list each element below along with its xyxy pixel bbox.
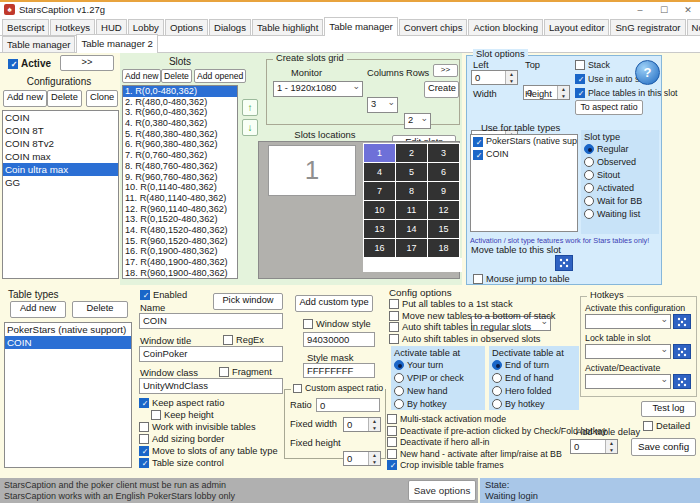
spinner-arrows[interactable]: ▲▼: [505, 71, 517, 84]
form-checkbox[interactable]: Keep height: [151, 410, 287, 420]
slot-list-item[interactable]: 4. R(0,380-480,362): [123, 118, 237, 129]
slot-list-item[interactable]: 16. R(0,1900-480,362): [123, 246, 237, 257]
menu-tab[interactable]: Lobby: [128, 19, 164, 35]
enabled-checkbox[interactable]: Enabled: [140, 290, 187, 300]
form-checkbox[interactable]: Table size control: [139, 458, 287, 468]
table-types-delete-button[interactable]: Delete: [72, 301, 128, 318]
slot-type-radio[interactable]: Regular: [584, 144, 656, 154]
deactivate-radio[interactable]: End of turn: [492, 360, 576, 370]
slot-grid-cell[interactable]: 13: [364, 220, 395, 238]
slot-grid-cell[interactable]: 4: [364, 163, 395, 181]
menu-tab[interactable]: Notes: [687, 19, 700, 35]
fixed-width-input[interactable]: 0▲▼: [343, 417, 381, 432]
expand-configurations-button[interactable]: >>: [60, 55, 114, 71]
regex-checkbox[interactable]: RegEx: [223, 335, 264, 345]
slots-locations-preview[interactable]: 1 123456789101112131415161718: [258, 141, 460, 279]
activate-radio[interactable]: By hotkey: [394, 399, 482, 409]
slot-grid-cell[interactable]: 15: [428, 220, 459, 238]
slots-delete-button[interactable]: Delete: [161, 69, 192, 83]
fragment-checkbox[interactable]: Fragment: [219, 367, 272, 377]
name-input[interactable]: COIN: [139, 313, 283, 329]
slot-grid-cell[interactable]: 6: [428, 163, 459, 181]
slot-grid-cell[interactable]: 9: [428, 182, 459, 200]
activate-radio[interactable]: VPIP or check: [394, 373, 482, 383]
menu-tab[interactable]: Table highlight: [252, 19, 323, 35]
form-checkbox[interactable]: Add sizing border: [139, 434, 287, 444]
menu-tab[interactable]: Hotkeys: [50, 19, 95, 35]
slot-list-item[interactable]: 10. R(0,1140-480,362): [123, 182, 237, 193]
slot-type-radio[interactable]: Waiting list: [584, 209, 656, 219]
use-for-table-types-list[interactable]: PokerStars (native support) COIN: [470, 134, 578, 232]
save-config-button[interactable]: Save config: [631, 438, 696, 456]
sub-tab[interactable]: Table manager: [2, 36, 75, 52]
selected-slot-preview[interactable]: 1: [268, 145, 356, 196]
config-checkbox[interactable]: Auto shift tables in regular slots: [389, 322, 555, 332]
configuration-list-item[interactable]: COIN 8Tv2: [3, 137, 118, 150]
activate-radio[interactable]: New hand: [394, 386, 482, 396]
style-mask-input[interactable]: FFFFFFFF: [303, 363, 375, 378]
window-style-input[interactable]: 94030000: [303, 332, 375, 347]
place-tables-checkbox[interactable]: Place tables in this slot: [575, 88, 677, 98]
slot-grid-cell[interactable]: 1: [364, 144, 395, 162]
deactivate-radio[interactable]: End of hand: [492, 373, 576, 383]
move-slot-down-button[interactable]: ↓: [242, 119, 258, 136]
slot-grid-cell[interactable]: 17: [396, 239, 427, 257]
config-checkbox[interactable]: Multi-stack activation mode: [387, 414, 606, 424]
slots-add-opened-button[interactable]: Add opened: [194, 69, 246, 83]
slot-list-item[interactable]: 7. R(0,760-480,362): [123, 150, 237, 161]
slot-list-item[interactable]: 5. R(480,380-480,362): [123, 129, 237, 140]
form-checkbox[interactable]: Keep aspect ratio: [139, 398, 287, 408]
slot-list-item[interactable]: 15. R(960,1520-480,362): [123, 236, 237, 247]
active-checkbox[interactable]: Active: [8, 58, 51, 69]
hotkey-assign-button[interactable]: [673, 374, 691, 389]
slot-grid-cell[interactable]: 14: [396, 220, 427, 238]
config-checkbox[interactable]: Deactivate if pre-action clicked by Chec…: [387, 426, 606, 436]
configuration-list-item[interactable]: Coin ultra max: [3, 163, 118, 176]
slots-list[interactable]: 1. R(0,0-480,362)2. R(480,0-480,362)3. R…: [122, 85, 238, 279]
save-options-button[interactable]: Save options: [408, 480, 476, 501]
slot-type-radio[interactable]: Wait for BB: [584, 196, 656, 206]
slot-grid-cell[interactable]: 10: [364, 201, 395, 219]
menu-tab[interactable]: Betscript: [2, 19, 49, 35]
stack-checkbox[interactable]: Stack: [575, 60, 610, 70]
hotkey-select[interactable]: ⌄: [585, 314, 671, 329]
slot-list-item[interactable]: 1. R(0,0-480,362): [123, 86, 237, 97]
menu-tab[interactable]: HUD: [96, 19, 127, 35]
slot-list-item[interactable]: 14. R(480,1520-480,362): [123, 225, 237, 236]
slot-list-item[interactable]: 18. R(960,1900-480,362): [123, 268, 237, 279]
slot-list-item[interactable]: 17. R(480,1900-480,362): [123, 257, 237, 268]
window-title-input[interactable]: CoinPoker: [139, 346, 283, 362]
configuration-list-item[interactable]: COIN: [3, 111, 118, 124]
slot-grid-cell[interactable]: 11: [396, 201, 427, 219]
slot-type-radio[interactable]: Sitout: [584, 170, 656, 180]
slot-list-item[interactable]: 8. R(480,760-480,362): [123, 161, 237, 172]
table-types-list[interactable]: PokerStars (native support)COIN: [4, 322, 132, 468]
config-checkbox[interactable]: Auto shift tables in observed slots: [389, 334, 555, 344]
slot-grid-cell[interactable]: 12: [428, 201, 459, 219]
slot-grid-cell[interactable]: 2: [396, 144, 427, 162]
configuration-list-item[interactable]: COIN 8T: [3, 124, 118, 137]
slot-list-item[interactable]: 2. R(480,0-480,362): [123, 97, 237, 108]
help-icon[interactable]: ?: [635, 60, 660, 85]
custom-aspect-ratio-checkbox[interactable]: Custom aspect ratio: [291, 383, 385, 393]
sub-tab[interactable]: Table manager 2: [76, 34, 157, 53]
slot-list-item[interactable]: 3. R(960,0-480,362): [123, 107, 237, 118]
table-type-list-item[interactable]: PokerStars (native support): [5, 323, 131, 336]
slot-grid-cell[interactable]: 18: [428, 239, 459, 257]
configurations-add-new-button[interactable]: Add new: [3, 90, 47, 107]
menu-tab[interactable]: Action blocking: [468, 19, 543, 35]
to-aspect-ratio-button[interactable]: To aspect ratio: [575, 100, 643, 115]
close-button[interactable]: ✕: [676, 5, 700, 15]
add-custom-type-button[interactable]: Add custom type: [295, 295, 373, 312]
spinner-arrows[interactable]: ▲▼: [605, 440, 617, 453]
table-types-add-new-button[interactable]: Add new: [10, 301, 66, 318]
slot-grid-cell[interactable]: 3: [428, 144, 459, 162]
menu-tab[interactable]: Dialogs: [209, 19, 251, 35]
config-checkbox[interactable]: Crop invisible table frames: [387, 460, 606, 470]
window-class-input[interactable]: UnityWndClass: [139, 378, 283, 394]
configurations-list[interactable]: COINCOIN 8TCOIN 8Tv2COIN maxCoin ultra m…: [2, 110, 119, 279]
table-type-check-item[interactable]: COIN: [471, 148, 577, 161]
config-checkbox[interactable]: Move new tables to a bottom of stack: [389, 311, 555, 321]
slot-grid-cell[interactable]: 7: [364, 182, 395, 200]
hotkey-assign-button[interactable]: [673, 314, 691, 329]
